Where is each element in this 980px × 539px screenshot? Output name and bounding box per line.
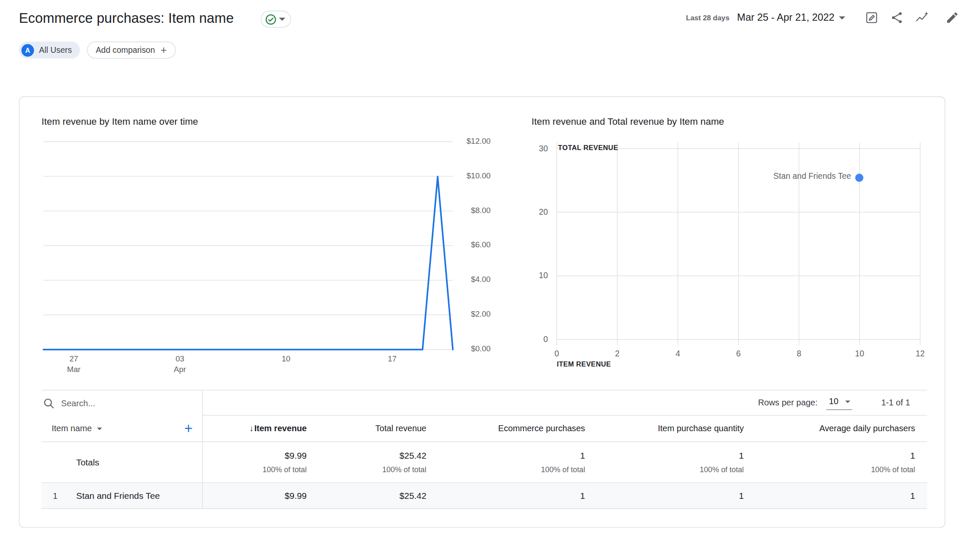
date-range-text: Mar 25 - Apr 21, 2022 bbox=[737, 12, 835, 23]
data-table: Rows per page: 10 1-1 of 1 Item name + bbox=[41, 390, 927, 509]
totals-percent: 100% of total bbox=[307, 465, 426, 474]
totals-value: $9.99 bbox=[202, 450, 307, 461]
table-totals-row: Totals $9.99 100% of total $25.42 100% o… bbox=[41, 442, 927, 483]
edit-report-button[interactable] bbox=[940, 8, 965, 28]
totals-cell: 1 100% of total bbox=[744, 450, 915, 474]
totals-percent: 100% of total bbox=[744, 465, 915, 474]
x-axis-tick-label: 0 bbox=[555, 349, 559, 358]
totals-percent: 100% of total bbox=[202, 465, 307, 474]
scatter-y-axis-title: TOTAL REVENUE bbox=[558, 144, 618, 151]
y-axis-tick-label: 20 bbox=[539, 207, 548, 216]
column-header-average-daily-purchasers[interactable]: Average daily purchasers bbox=[744, 424, 915, 433]
pencil-icon bbox=[945, 11, 959, 25]
scatter-x-axis-title: ITEM REVENUE bbox=[557, 360, 611, 368]
line-chart-plot bbox=[44, 141, 453, 350]
x-axis-tick-label: 03Apr bbox=[174, 354, 186, 375]
row-cell: 1 bbox=[744, 490, 915, 501]
dimension-header-cell: Item name + bbox=[41, 421, 202, 436]
y-axis-tick-label: $6.00 bbox=[471, 241, 491, 249]
table-controls-row: Rows per page: 10 1-1 of 1 bbox=[41, 391, 927, 416]
totals-values: $9.99 100% of total $25.42 100% of total… bbox=[202, 450, 927, 474]
x-axis-tick-label: 17 bbox=[388, 354, 397, 364]
scatter-y-axis: 0102030 bbox=[518, 142, 548, 345]
scatter-chart-plot bbox=[557, 142, 920, 345]
rows-per-page-select[interactable]: 10 bbox=[827, 396, 852, 410]
plus-icon: + bbox=[184, 420, 193, 437]
share-icon bbox=[890, 11, 904, 25]
caret-down-icon bbox=[846, 400, 851, 403]
date-range-picker[interactable]: Mar 25 - Apr 21, 2022 bbox=[737, 12, 845, 23]
y-axis-tick-label: $4.00 bbox=[471, 275, 491, 284]
y-axis-tick-label: $12.00 bbox=[467, 137, 491, 145]
add-comparison-chip[interactable]: Add comparison + bbox=[87, 41, 176, 58]
edit-chart-button[interactable] bbox=[859, 8, 884, 28]
row-cell: $9.99 bbox=[202, 490, 307, 501]
totals-value: 1 bbox=[427, 450, 585, 461]
line-chart-title: Item revenue by Item name over time bbox=[41, 116, 198, 126]
totals-value: $25.42 bbox=[307, 450, 426, 461]
column-header-label: Total revenue bbox=[375, 424, 427, 433]
analytics-report-page: Ecommerce purchases: Item name Last 28 d… bbox=[0, 0, 980, 539]
column-header-ecommerce-purchases[interactable]: Ecommerce purchases bbox=[427, 424, 585, 433]
rows-per-page-value: 10 bbox=[829, 397, 838, 406]
line-chart-y-axis: $12.00$10.00$8.00$6.00$4.00$2.00$0.00 bbox=[453, 141, 490, 350]
row-item-name: Stan and Friends Tee bbox=[76, 490, 160, 501]
y-axis-tick-label: $2.00 bbox=[471, 310, 491, 319]
scatter-point-label: Stan and Friends Tee bbox=[773, 172, 851, 181]
row-cell: 1 bbox=[427, 490, 585, 501]
totals-cell: 1 100% of total bbox=[427, 450, 585, 474]
header-actions: Last 28 days Mar 25 - Apr 21, 2022 bbox=[686, 8, 965, 28]
metric-headers: ↓Item revenue Total revenue Ecommerce pu… bbox=[202, 424, 927, 433]
table-pager: Rows per page: 10 1-1 of 1 bbox=[202, 391, 927, 416]
x-axis-tick-label: 6 bbox=[736, 349, 741, 358]
chart-edit-icon bbox=[865, 11, 879, 25]
dimension-name: Item name bbox=[52, 424, 92, 433]
add-column-button[interactable]: + bbox=[184, 421, 193, 436]
add-comparison-label: Add comparison bbox=[96, 45, 155, 55]
column-header-item-revenue[interactable]: ↓Item revenue bbox=[202, 424, 307, 433]
totals-label: Totals bbox=[41, 457, 202, 468]
screenshot-viewport: Ecommerce purchases: Item name Last 28 d… bbox=[0, 0, 980, 539]
totals-percent: 100% of total bbox=[585, 465, 744, 474]
row-cell: $25.42 bbox=[307, 490, 426, 501]
segment-chip-all-users[interactable]: A All Users bbox=[19, 41, 80, 58]
table-column-divider bbox=[202, 391, 203, 509]
column-header-label: Item revenue bbox=[254, 424, 307, 433]
sort-desc-icon: ↓ bbox=[249, 424, 254, 433]
row-cell: 1 bbox=[585, 490, 744, 501]
segment-label: All Users bbox=[39, 45, 71, 55]
row-dimension-cell: 1 Stan and Friends Tee bbox=[41, 490, 202, 501]
revenue-line-series bbox=[44, 177, 453, 350]
x-axis-tick-label: 10 bbox=[855, 349, 864, 358]
report-status-badge[interactable] bbox=[261, 11, 291, 27]
totals-value: 1 bbox=[744, 450, 915, 461]
totals-value: 1 bbox=[585, 450, 744, 461]
insights-button[interactable] bbox=[909, 8, 935, 28]
column-header-total-revenue[interactable]: Total revenue bbox=[307, 424, 426, 433]
share-button[interactable] bbox=[884, 8, 910, 28]
x-axis-tick-label: 8 bbox=[797, 349, 802, 358]
table-row[interactable]: 1 Stan and Friends Tee $9.99 $25.42 1 1 … bbox=[41, 483, 927, 509]
scatter-chart: TOTAL REVENUE ITEM REVENUE 0102030 02468… bbox=[557, 142, 920, 345]
column-header-label: Ecommerce purchases bbox=[498, 424, 585, 433]
page-title: Ecommerce purchases: Item name bbox=[19, 10, 234, 27]
search-input[interactable] bbox=[61, 398, 156, 408]
dimension-select[interactable]: Item name bbox=[52, 424, 102, 433]
scatter-chart-title: Item revenue and Total revenue by Item n… bbox=[531, 116, 724, 126]
y-axis-tick-label: 0 bbox=[543, 334, 548, 344]
rows-per-page-label: Rows per page: bbox=[758, 398, 818, 407]
table-search[interactable] bbox=[41, 391, 202, 416]
column-header-label: Average daily purchasers bbox=[819, 424, 915, 433]
column-header-item-purchase-quantity[interactable]: Item purchase quantity bbox=[585, 424, 744, 433]
report-card: Item revenue by Item name over time $12.… bbox=[19, 96, 945, 528]
plus-icon: + bbox=[161, 45, 167, 55]
insights-icon bbox=[915, 11, 929, 25]
row-number: 1 bbox=[41, 491, 76, 500]
search-icon bbox=[44, 398, 54, 408]
totals-cell: $9.99 100% of total bbox=[202, 450, 307, 474]
comparison-chips: A All Users Add comparison + bbox=[19, 41, 176, 58]
table-header-row: Item name + ↓Item revenue Total revenue … bbox=[41, 416, 927, 442]
segment-a-badge: A bbox=[22, 44, 34, 57]
y-axis-tick-label: $8.00 bbox=[471, 206, 491, 215]
x-axis-tick-label: 4 bbox=[676, 349, 680, 358]
